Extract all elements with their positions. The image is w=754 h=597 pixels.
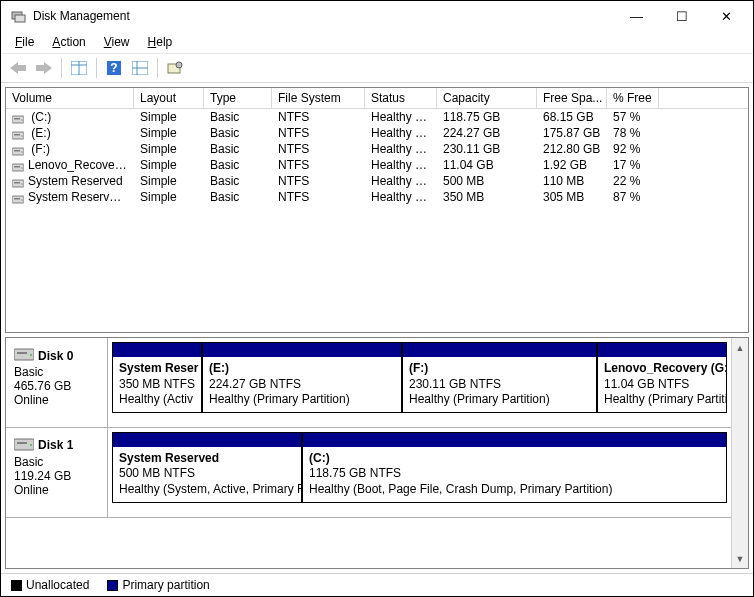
menubar: File Action View Help [1, 31, 753, 54]
disk-info[interactable]: Disk 0Basic465.76 GBOnline [6, 338, 108, 427]
partition[interactable]: System Reserved500 MB NTFSHealthy (Syste… [112, 432, 302, 503]
col-volume[interactable]: Volume [6, 88, 134, 108]
disk-row: Disk 1Basic119.24 GBOnlineSystem Reserve… [6, 428, 731, 518]
col-filesystem[interactable]: File System [272, 88, 365, 108]
svg-rect-13 [14, 118, 20, 120]
svg-rect-22 [14, 166, 20, 168]
svg-point-23 [21, 167, 23, 169]
drive-icon [12, 193, 24, 203]
svg-point-14 [21, 119, 23, 121]
minimize-button[interactable]: — [614, 2, 659, 31]
volume-row[interactable]: System ReservedSimpleBasicNTFSHealthy (S… [6, 173, 748, 189]
partition[interactable]: (E:)224.27 GB NTFSHealthy (Primary Parti… [202, 342, 402, 413]
col-pctfree[interactable]: % Free [607, 88, 659, 108]
svg-rect-16 [14, 134, 20, 136]
volume-row[interactable]: System Reserved (...SimpleBasicNTFSHealt… [6, 189, 748, 205]
legend-unallocated-swatch [11, 580, 22, 591]
toolbar-table-icon[interactable] [67, 57, 91, 79]
partition[interactable]: Lenovo_Recovery (G:)11.04 GB NTFSHealthy… [597, 342, 727, 413]
menu-file[interactable]: File [7, 33, 42, 51]
maximize-button[interactable]: ☐ [659, 2, 704, 31]
volume-list: Volume Layout Type File System Status Ca… [5, 87, 749, 333]
drive-icon [12, 161, 24, 171]
menu-help[interactable]: Help [140, 33, 181, 51]
legend: Unallocated Primary partition [1, 573, 753, 596]
drive-icon [12, 145, 24, 155]
col-capacity[interactable]: Capacity [437, 88, 537, 108]
svg-text:?: ? [110, 61, 117, 75]
app-icon [11, 8, 27, 24]
window-title: Disk Management [33, 9, 614, 23]
menu-action[interactable]: Action [44, 33, 93, 51]
legend-primary: Primary partition [122, 578, 209, 592]
menu-view[interactable]: View [96, 33, 138, 51]
svg-rect-28 [14, 198, 20, 200]
svg-rect-1 [15, 15, 25, 22]
disk-icon [14, 346, 34, 365]
titlebar: Disk Management — ☐ ✕ [1, 1, 753, 31]
col-type[interactable]: Type [204, 88, 272, 108]
svg-rect-19 [14, 150, 20, 152]
disk-row: Disk 0Basic465.76 GBOnlineSystem Reser35… [6, 338, 731, 428]
drive-icon [12, 177, 24, 187]
volume-row[interactable]: (E:)SimpleBasicNTFSHealthy (P...224.27 G… [6, 125, 748, 141]
partition[interactable]: (F:)230.11 GB NTFSHealthy (Primary Parti… [402, 342, 597, 413]
drive-icon [12, 129, 24, 139]
svg-point-32 [30, 354, 32, 356]
disk-info[interactable]: Disk 1Basic119.24 GBOnline [6, 428, 108, 517]
svg-point-20 [21, 151, 23, 153]
help-icon[interactable]: ? [102, 57, 126, 79]
svg-point-17 [21, 135, 23, 137]
window-controls: — ☐ ✕ [614, 2, 749, 31]
svg-rect-25 [14, 182, 20, 184]
svg-point-35 [30, 444, 32, 446]
volume-row[interactable]: Lenovo_Recovery ...SimpleBasicNTFSHealth… [6, 157, 748, 173]
partition[interactable]: System Reser350 MB NTFSHealthy (Activ [112, 342, 202, 413]
toolbar-layout-icon[interactable] [128, 57, 152, 79]
volume-row[interactable]: (C:)SimpleBasicNTFSHealthy (B...118.75 G… [6, 109, 748, 125]
scroll-down-icon[interactable]: ▼ [733, 551, 748, 566]
scroll-up-icon[interactable]: ▲ [733, 340, 748, 355]
partition[interactable]: (C:)118.75 GB NTFSHealthy (Boot, Page Fi… [302, 432, 727, 503]
svg-point-29 [21, 199, 23, 201]
col-status[interactable]: Status [365, 88, 437, 108]
svg-point-26 [21, 183, 23, 185]
disk-layout-area: Disk 0Basic465.76 GBOnlineSystem Reser35… [5, 337, 749, 569]
settings-icon[interactable] [163, 57, 187, 79]
disk-icon [14, 436, 34, 455]
drive-icon [12, 113, 24, 123]
legend-unallocated: Unallocated [26, 578, 89, 592]
close-button[interactable]: ✕ [704, 2, 749, 31]
svg-rect-34 [17, 442, 27, 444]
col-layout[interactable]: Layout [134, 88, 204, 108]
svg-point-11 [176, 62, 182, 68]
legend-primary-swatch [107, 580, 118, 591]
toolbar: ? [1, 54, 753, 83]
column-headers: Volume Layout Type File System Status Ca… [6, 88, 748, 109]
forward-button[interactable] [32, 57, 56, 79]
volume-row[interactable]: (F:)SimpleBasicNTFSHealthy (P...230.11 G… [6, 141, 748, 157]
scrollbar[interactable]: ▲ ▼ [731, 338, 748, 568]
svg-rect-31 [17, 352, 27, 354]
back-button[interactable] [6, 57, 30, 79]
col-freespace[interactable]: Free Spa... [537, 88, 607, 108]
